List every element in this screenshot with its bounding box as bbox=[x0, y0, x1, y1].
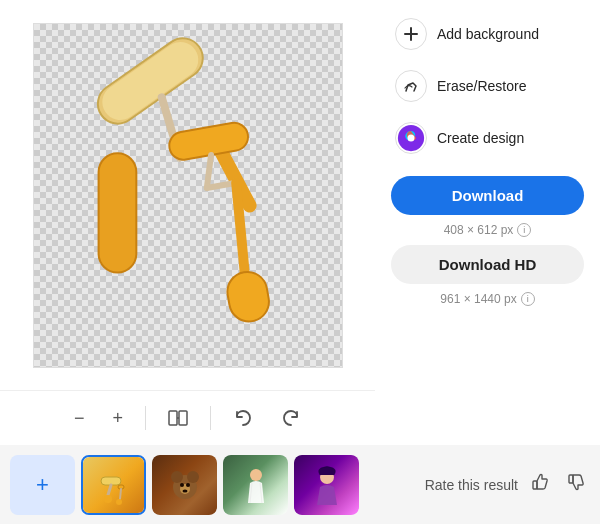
svg-rect-33 bbox=[533, 481, 537, 489]
hd-info-icon[interactable]: i bbox=[521, 292, 535, 306]
create-design-button[interactable]: Create design bbox=[391, 116, 584, 160]
create-design-label: Create design bbox=[437, 130, 524, 146]
toolbar-divider-1 bbox=[145, 406, 146, 430]
svg-rect-23 bbox=[116, 499, 122, 505]
undo-button[interactable] bbox=[227, 402, 259, 434]
thumbnail-1[interactable] bbox=[81, 455, 146, 515]
add-background-label: Add background bbox=[437, 26, 539, 42]
svg-rect-12 bbox=[179, 411, 187, 425]
create-design-icon bbox=[395, 122, 427, 154]
info-icon[interactable]: i bbox=[517, 223, 531, 237]
erase-restore-button[interactable]: Erase/Restore bbox=[391, 64, 584, 108]
erase-restore-label: Erase/Restore bbox=[437, 78, 526, 94]
svg-point-17 bbox=[408, 135, 415, 142]
canvas-container bbox=[33, 23, 343, 368]
svg-line-19 bbox=[108, 485, 111, 495]
redo-button[interactable] bbox=[275, 402, 307, 434]
thumbs-up-button[interactable] bbox=[526, 468, 554, 501]
add-background-button[interactable]: Add background bbox=[391, 12, 584, 56]
compare-button[interactable] bbox=[162, 402, 194, 434]
svg-rect-34 bbox=[569, 475, 573, 483]
svg-rect-20 bbox=[104, 495, 112, 503]
svg-rect-9 bbox=[224, 268, 272, 324]
download-size-info: 408 × 612 px i bbox=[391, 223, 584, 237]
download-hd-button[interactable]: Download HD bbox=[391, 245, 584, 284]
zoom-in-button[interactable]: + bbox=[107, 402, 130, 435]
rate-label: Rate this result bbox=[425, 477, 518, 493]
add-thumbnail-button[interactable]: + bbox=[10, 455, 75, 515]
svg-point-26 bbox=[187, 471, 199, 483]
svg-point-29 bbox=[186, 483, 190, 487]
svg-point-28 bbox=[180, 483, 184, 487]
download-hd-size-info: 961 × 1440 px i bbox=[391, 292, 584, 306]
right-panel: Add background Erase/Restore bbox=[375, 0, 600, 445]
toolbar: − + bbox=[0, 390, 375, 445]
svg-point-25 bbox=[171, 471, 183, 483]
download-button[interactable]: Download bbox=[391, 176, 584, 215]
rate-section: Rate this result bbox=[425, 468, 590, 501]
bottom-strip: + bbox=[0, 445, 600, 524]
svg-point-30 bbox=[182, 489, 187, 492]
svg-rect-11 bbox=[169, 411, 177, 425]
toolbar-divider-2 bbox=[210, 406, 211, 430]
thumbnail-2[interactable] bbox=[152, 455, 217, 515]
erase-restore-icon bbox=[395, 70, 427, 102]
add-background-icon bbox=[395, 18, 427, 50]
thumbnail-3[interactable] bbox=[223, 455, 288, 515]
svg-line-6 bbox=[201, 154, 216, 187]
thumbs-down-button[interactable] bbox=[562, 468, 590, 501]
svg-line-22 bbox=[120, 489, 121, 499]
canvas-section bbox=[0, 0, 375, 390]
thumbnail-4[interactable] bbox=[294, 455, 359, 515]
svg-rect-1 bbox=[95, 34, 205, 126]
zoom-out-button[interactable]: − bbox=[68, 402, 91, 435]
svg-rect-10 bbox=[98, 153, 136, 272]
svg-point-31 bbox=[250, 469, 262, 481]
